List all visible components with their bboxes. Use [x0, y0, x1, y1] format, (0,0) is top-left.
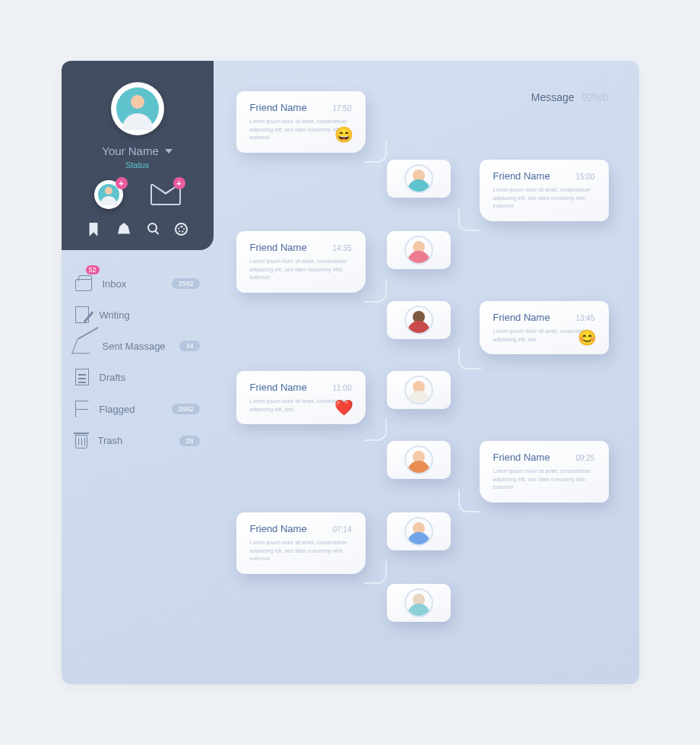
page-header: Message 02feb: [531, 91, 609, 103]
header-date: 02feb: [581, 91, 608, 103]
compose-button[interactable]: +: [150, 180, 181, 209]
friend-avatar[interactable]: [387, 512, 451, 550]
message-card[interactable]: Friend Name15:00 Lorem ipsum dolor sit a…: [480, 160, 609, 221]
user-name: Your Name: [102, 144, 159, 157]
user-status: Status: [75, 160, 200, 170]
nav-inbox[interactable]: 52 Inbox 2582: [75, 268, 200, 299]
user-avatar[interactable]: [111, 82, 164, 135]
search-icon[interactable]: [147, 223, 157, 233]
friend-avatar[interactable]: [387, 301, 451, 339]
friend-avatar[interactable]: [387, 371, 451, 409]
connector: [458, 490, 481, 512]
gear-icon[interactable]: [175, 223, 188, 236]
connector: [364, 561, 387, 584]
connector: [364, 280, 387, 303]
profile-actions: + +: [75, 180, 200, 209]
nav-writing[interactable]: Writing: [75, 299, 200, 331]
connector: [458, 347, 481, 369]
message-card[interactable]: Friend Name13:45 Lorem ipsum dolor sit a…: [480, 301, 609, 354]
message-timeline: Message 02feb Friend Name17:50 Lorem ips…: [214, 61, 639, 684]
paper-plane-icon: [71, 338, 96, 353]
plus-icon: +: [173, 177, 185, 189]
friend-avatar[interactable]: [387, 231, 451, 269]
add-friend-button[interactable]: +: [94, 180, 123, 209]
heart-emoji: ❤️: [334, 398, 353, 417]
nav-list: 52 Inbox 2582 Writing Sent Massage 34 Dr…: [62, 250, 214, 474]
friend-avatar[interactable]: [387, 584, 451, 622]
friend-avatar[interactable]: [387, 160, 451, 198]
bookmark-icon[interactable]: [87, 223, 100, 236]
message-card[interactable]: Friend Name07:14 Lorem ipsum dolor sit a…: [236, 512, 366, 574]
sidebar: Your Name Status + +: [62, 61, 214, 684]
bell-icon[interactable]: [118, 223, 130, 235]
connector: [364, 140, 387, 163]
writing-icon: [75, 306, 89, 323]
message-card[interactable]: Friend Name11:00 Lorem ipsum dolor sit a…: [236, 371, 366, 424]
message-card[interactable]: Friend Name09:25 Lorem ipsum dolor sit a…: [480, 441, 609, 502]
connector: [364, 418, 387, 441]
nav-flagged[interactable]: Flagged 2582: [75, 393, 200, 425]
badge: 2582: [172, 278, 199, 289]
badge: 2582: [172, 404, 199, 414]
profile-panel: Your Name Status + +: [62, 61, 214, 250]
nav-sent[interactable]: Sent Massage 34: [75, 331, 200, 361]
trash-icon: [75, 435, 87, 449]
badge: 28: [179, 436, 199, 446]
plus-icon: +: [116, 177, 128, 189]
flag-icon: [75, 401, 89, 417]
badge: 34: [179, 341, 199, 351]
friend-avatar[interactable]: [387, 441, 451, 479]
toolbar: [75, 223, 200, 236]
header-label: Message: [531, 91, 575, 103]
document-icon: [75, 369, 89, 385]
message-card[interactable]: Friend Name17:50 Lorem ipsum dolor sit a…: [236, 91, 366, 153]
nav-trash[interactable]: Trash 28: [75, 425, 200, 456]
nav-drafts[interactable]: Drafts: [75, 361, 200, 393]
chevron-down-icon: [165, 149, 173, 154]
smile-emoji: 😊: [578, 328, 597, 347]
connector: [458, 208, 481, 231]
laugh-emoji: 😄: [334, 125, 353, 144]
user-name-row[interactable]: Your Name: [75, 144, 200, 157]
inbox-count-badge: 52: [86, 265, 100, 274]
message-card[interactable]: Friend Name14:35 Lorem ipsum dolor sit a…: [236, 231, 366, 293]
inbox-icon: [75, 279, 92, 291]
app-window: Your Name Status + +: [62, 61, 639, 684]
